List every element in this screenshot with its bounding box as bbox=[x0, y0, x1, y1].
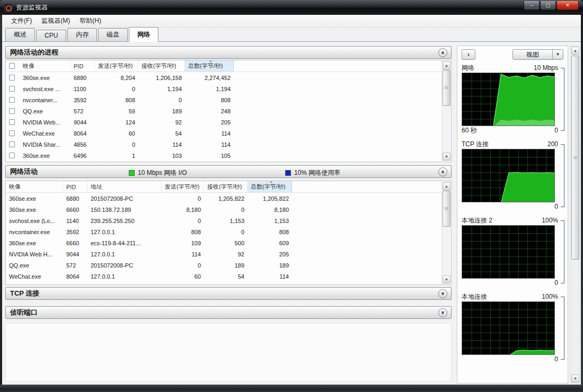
maximize-button[interactable]: ▢ bbox=[540, 1, 556, 10]
menu-item[interactable]: 监视器(M) bbox=[37, 15, 75, 27]
cell: 1,206,158 bbox=[138, 75, 185, 81]
graph-block-1: TCP 连接2000 bbox=[462, 139, 564, 211]
table-row[interactable]: NVIDIA Web...904412492205 bbox=[6, 117, 451, 128]
legend-network-utilization: 10% 网络使用率 bbox=[285, 168, 340, 177]
table-row[interactable]: 360se.exe64961103105 bbox=[6, 150, 451, 161]
column-header-3[interactable]: 接收(字节/秒) bbox=[138, 60, 185, 72]
cell: WeChat.exe bbox=[20, 130, 70, 137]
column-header-1[interactable]: PID bbox=[70, 60, 95, 72]
column-header-5[interactable]: 总数(字节/秒)▲ bbox=[248, 181, 292, 192]
scroll-up-icon[interactable]: ▲ bbox=[571, 47, 579, 55]
table-row[interactable]: 360se.exe6660150.138.72.1898,18008,180 bbox=[6, 204, 451, 215]
table-body: 360se.exe68808,2041,206,1582,274,452svch… bbox=[6, 72, 451, 161]
column-header-3[interactable]: 发送(字节/秒) bbox=[162, 181, 204, 192]
cell: 109 bbox=[162, 240, 204, 246]
column-header-1[interactable]: PID bbox=[63, 181, 87, 192]
tab-4[interactable]: 网络 bbox=[129, 27, 158, 42]
section-processes-header[interactable]: 网络活动的进程 ∧ bbox=[5, 46, 452, 59]
scroll-up-icon[interactable]: ▲ bbox=[443, 61, 450, 69]
row-checkbox-cell bbox=[6, 108, 20, 114]
cell: svchost.exe ... bbox=[20, 86, 70, 92]
table-row[interactable]: svchost.exe (Lo...1140239.255.255.25001,… bbox=[6, 215, 451, 226]
cell: 0 bbox=[204, 229, 248, 235]
scroll-down-icon[interactable]: ▼ bbox=[443, 153, 450, 161]
cell: 189 bbox=[248, 262, 292, 269]
table-scrollbar[interactable]: ▲▼ bbox=[441, 61, 450, 161]
table-row[interactable]: 360se.exe68808,2041,206,1582,274,452 bbox=[6, 72, 451, 83]
table-row[interactable]: QQ.exe5722015072008-PC0189189 bbox=[6, 260, 451, 271]
row-checkbox[interactable] bbox=[9, 119, 15, 125]
table-row[interactable]: QQ.exe57259189248 bbox=[6, 105, 451, 117]
tab-2[interactable]: 内存 bbox=[67, 28, 97, 41]
row-checkbox[interactable] bbox=[9, 130, 15, 136]
row-checkbox-cell bbox=[6, 153, 20, 158]
graph-min-label: 0 bbox=[554, 279, 558, 287]
cell: 2,274,452 bbox=[185, 75, 234, 81]
row-checkbox[interactable] bbox=[9, 141, 15, 147]
cell: 92 bbox=[138, 119, 185, 126]
tab-bar: 概述CPU内存磁盘网络 bbox=[2, 28, 581, 42]
cell: 127.0.0.1 bbox=[87, 229, 162, 235]
close-button[interactable]: ✕ bbox=[556, 1, 579, 10]
processes-table: 映像PID发送(字节/秒)接收(字节/秒)总数(字节/秒)▲360se.exe6… bbox=[5, 60, 452, 162]
column-header-4[interactable]: 总数(字节/秒)▲ bbox=[185, 60, 234, 72]
column-header-4[interactable]: 接收(字节/秒) bbox=[204, 181, 248, 192]
charts-stack: 网络10 Mbps60 秒0TCP 连接2000本地连接 2100%0本地连接1… bbox=[462, 63, 564, 368]
cell: 248 bbox=[185, 108, 234, 114]
tab-3[interactable]: 磁盘 bbox=[98, 28, 128, 41]
table-header: 映像PID地址发送(字节/秒)接收(字节/秒)总数(字节/秒)▲ bbox=[6, 181, 451, 193]
scrollbar-thumb[interactable] bbox=[443, 70, 450, 106]
graph-scale-bracket bbox=[561, 297, 564, 360]
section-tcp-connections-header[interactable]: TCP 连接 ∨ bbox=[5, 287, 452, 300]
column-header-0[interactable]: 映像 bbox=[6, 181, 63, 192]
row-checkbox[interactable] bbox=[9, 153, 15, 158]
minimize-button[interactable]: – bbox=[524, 1, 540, 10]
scrollbar-thumb[interactable] bbox=[443, 191, 450, 227]
tab-1[interactable]: CPU bbox=[36, 30, 66, 41]
graph-block-0: 网络10 Mbps60 秒0 bbox=[462, 63, 564, 135]
graph-canvas bbox=[462, 225, 555, 279]
graph-min-label: 0 bbox=[554, 127, 558, 134]
section-activity-header[interactable]: 网络活动 10 Mbps 网络 I/O 10% 网络使用率 ∧ bbox=[5, 165, 452, 178]
table-row[interactable]: nvcontainer...35928080808 bbox=[6, 94, 451, 105]
table-row[interactable]: NVIDIA Shar...48560114114 bbox=[6, 139, 451, 150]
column-header-2[interactable]: 地址 bbox=[87, 181, 162, 192]
graph-canvas bbox=[462, 301, 555, 355]
scroll-up-icon[interactable]: ▲ bbox=[443, 182, 450, 190]
chevron-down-icon[interactable]: ▼ bbox=[552, 50, 563, 59]
column-header-2[interactable]: 发送(字节/秒) bbox=[95, 60, 138, 72]
legend-network-io: 10 Mbps 网络 I/O bbox=[129, 168, 187, 177]
window-bottom-border bbox=[0, 385, 583, 392]
cell: 114 bbox=[185, 130, 234, 137]
tab-0[interactable]: 概述 bbox=[5, 28, 35, 41]
scrollbar-thumb[interactable] bbox=[571, 56, 579, 260]
views-dropdown-button[interactable]: 视图 ▼ bbox=[513, 49, 563, 60]
table-row[interactable]: nvcontainer.exe3592127.0.0.18080808 bbox=[6, 226, 451, 237]
scroll-down-icon[interactable]: ▼ bbox=[443, 275, 450, 283]
table-row[interactable]: 360se.exe6660ecs-119-8-44-211...10950060… bbox=[6, 237, 451, 248]
collapse-icon[interactable]: ∧ bbox=[438, 167, 447, 176]
cell: 0 bbox=[138, 97, 185, 103]
table-row[interactable]: NVIDIA Web H...9044127.0.0.111492205 bbox=[6, 248, 451, 260]
row-checkbox[interactable] bbox=[9, 75, 15, 81]
scroll-down-icon[interactable]: ▼ bbox=[571, 375, 579, 382]
menu-bar: 文件(F)监视器(M)帮助(H) bbox=[2, 15, 581, 28]
table-row[interactable]: WeChat.exe80646054114 bbox=[6, 128, 451, 139]
menu-item[interactable]: 帮助(H) bbox=[75, 15, 106, 27]
page-scrollbar[interactable]: ▲ ▼ bbox=[570, 46, 579, 384]
select-all-checkbox[interactable] bbox=[9, 63, 15, 69]
table-row[interactable]: WeChat.exe8064127.0.0.16054114 bbox=[6, 271, 451, 282]
collapse-icon[interactable]: ∧ bbox=[438, 48, 447, 57]
column-header-0[interactable]: 映像 bbox=[20, 60, 70, 72]
row-checkbox[interactable] bbox=[9, 86, 15, 92]
section-listening-ports-header[interactable]: 侦听端口 ∨ bbox=[5, 306, 452, 319]
panel-toggle-button[interactable]: › bbox=[462, 49, 475, 60]
table-scrollbar[interactable]: ▲▼ bbox=[441, 182, 450, 284]
row-checkbox[interactable] bbox=[9, 97, 15, 103]
expand-icon[interactable]: ∨ bbox=[438, 289, 447, 298]
table-row[interactable]: 360se.exe68802015072008-PC01,205,8221,20… bbox=[6, 193, 451, 204]
row-checkbox[interactable] bbox=[9, 108, 15, 114]
expand-icon[interactable]: ∨ bbox=[438, 308, 447, 317]
menu-item[interactable]: 文件(F) bbox=[6, 15, 37, 27]
table-row[interactable]: svchost.exe ...110001,1941,194 bbox=[6, 83, 451, 94]
